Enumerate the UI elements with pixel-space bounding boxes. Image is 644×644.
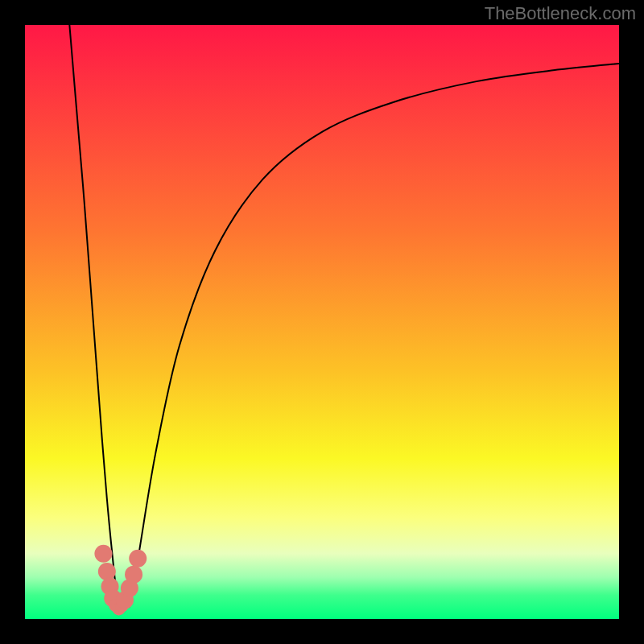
- scatter-point: [129, 550, 147, 568]
- scatter-point: [125, 566, 142, 584]
- scatter-point: [94, 545, 112, 563]
- scatter-point: [98, 563, 116, 580]
- watermark-text: TheBottleneck.com: [485, 3, 636, 24]
- chart-container: TheBottleneck.com: [0, 0, 644, 644]
- chart-svg: [0, 0, 644, 644]
- plot-background: [25, 25, 619, 619]
